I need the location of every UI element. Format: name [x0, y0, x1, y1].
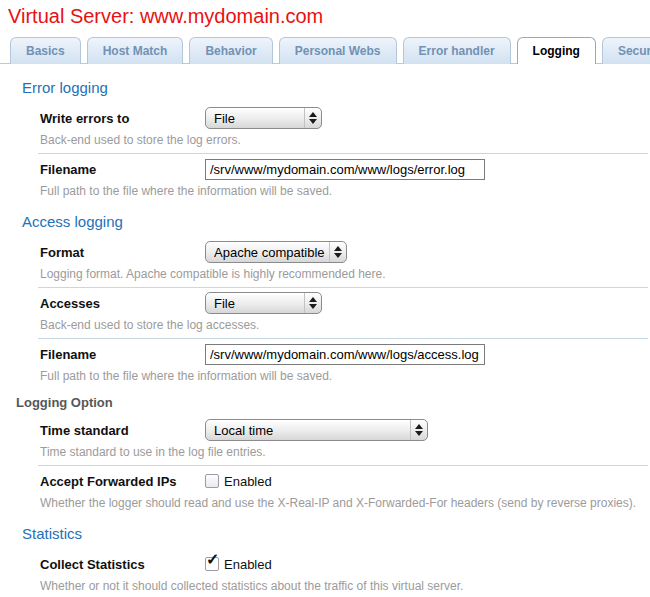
- collect-statistics-help: Whether or not it should collected stati…: [40, 579, 650, 593]
- entry-access-filename: Filename Full path to the file where the…: [0, 339, 650, 383]
- accesses-select[interactable]: File: [205, 292, 322, 314]
- entry-time-standard: Time standard Local time Time standard t…: [0, 415, 650, 459]
- entry-write-errors-to: Write errors to File Back-end used to st…: [0, 103, 650, 147]
- section-access-logging: Access logging Format Apache compatible …: [0, 212, 650, 383]
- check-icon: ✓: [206, 552, 219, 568]
- select-stepper-arrows-icon: [329, 242, 346, 262]
- write-errors-to-label: Write errors to: [40, 111, 205, 126]
- section-error-logging: Error logging Write errors to File Back-…: [0, 78, 650, 198]
- collect-statistics-checkbox[interactable]: ✓: [205, 557, 219, 571]
- time-standard-select[interactable]: Local time: [205, 419, 428, 441]
- write-errors-to-selected-value: File: [214, 111, 235, 126]
- select-stepper-arrows-icon: [304, 293, 321, 313]
- time-standard-help: Time standard to use in the log file ent…: [40, 445, 650, 459]
- subheader-logging-option: Logging Option: [16, 395, 650, 411]
- format-selected-value: Apache compatible: [214, 245, 325, 260]
- time-standard-label: Time standard: [40, 423, 205, 438]
- format-help: Logging format. Apache compatible is hig…: [40, 267, 650, 281]
- collect-statistics-enabled-label[interactable]: Enabled: [224, 557, 272, 572]
- section-logging-option: Logging Option Time standard Local time …: [0, 395, 650, 510]
- time-standard-selected-value: Local time: [214, 423, 273, 438]
- section-title-error-logging: Error logging: [22, 78, 650, 97]
- format-label: Format: [40, 245, 205, 260]
- section-statistics: Statistics Collect Statistics ✓ Enabled …: [0, 524, 650, 593]
- tab-basics[interactable]: Basics: [10, 37, 81, 64]
- accesses-selected-value: File: [214, 296, 235, 311]
- accept-forwarded-ips-label: Accept Forwarded IPs: [40, 474, 205, 489]
- section-title-statistics: Statistics: [22, 524, 650, 543]
- accept-forwarded-ips-enabled-label[interactable]: Enabled: [224, 474, 272, 489]
- tab-logging[interactable]: Logging: [517, 37, 596, 64]
- tab-bar: Basics Host Match Behavior Personal Webs…: [0, 36, 650, 64]
- error-filename-input[interactable]: [205, 159, 485, 180]
- accesses-help: Back-end used to store the log accesses.: [40, 318, 650, 332]
- entry-accept-forwarded-ips: Accept Forwarded IPs ✓ Enabled Whether t…: [0, 466, 650, 510]
- access-filename-input[interactable]: [205, 344, 485, 365]
- tab-error-handler[interactable]: Error handler: [403, 37, 511, 64]
- entry-format: Format Apache compatible Logging format.…: [0, 237, 650, 281]
- accesses-label: Accesses: [40, 296, 205, 311]
- error-filename-label: Filename: [40, 162, 205, 177]
- accept-forwarded-ips-help: Whether the logger should read and use t…: [40, 496, 650, 510]
- access-filename-label: Filename: [40, 347, 205, 362]
- select-stepper-arrows-icon: [410, 420, 427, 440]
- page-title: Virtual Server: www.mydomain.com: [8, 5, 650, 27]
- entry-error-filename: Filename Full path to the file where the…: [0, 154, 650, 198]
- access-filename-help: Full path to the file where the informat…: [40, 369, 650, 383]
- entry-collect-statistics: Collect Statistics ✓ Enabled Whether or …: [0, 549, 650, 593]
- select-stepper-arrows-icon: [304, 108, 321, 128]
- tab-security[interactable]: Security: [602, 37, 650, 64]
- section-title-access-logging: Access logging: [22, 212, 650, 231]
- error-filename-help: Full path to the file where the informat…: [40, 184, 650, 198]
- collect-statistics-label: Collect Statistics: [40, 557, 205, 572]
- tab-personal-webs[interactable]: Personal Webs: [279, 37, 397, 64]
- write-errors-to-help: Back-end used to store the log errors.: [40, 133, 650, 147]
- tab-behavior[interactable]: Behavior: [189, 37, 272, 64]
- write-errors-to-select[interactable]: File: [205, 107, 322, 129]
- tab-host-match[interactable]: Host Match: [87, 37, 184, 64]
- accept-forwarded-ips-checkbox[interactable]: ✓: [205, 474, 219, 488]
- format-select[interactable]: Apache compatible: [205, 241, 347, 263]
- entry-accesses: Accesses File Back-end used to store the…: [0, 288, 650, 332]
